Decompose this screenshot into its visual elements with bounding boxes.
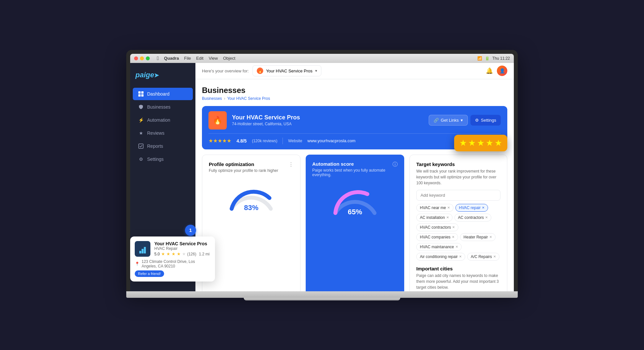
laptop-base [126,291,518,298]
sidebar-item-automation[interactable]: ⚡ Automation [133,114,193,126]
mac-minimize-button[interactable] [140,56,144,60]
keyword-remove-ac-contractors[interactable]: ✕ [485,216,488,219]
business-selector-name: Your HVAC Service Pros [266,68,312,73]
profile-card-menu-icon[interactable]: ⋮ [288,161,294,168]
keyword-tag-hvac-repair: HVAC repair ✕ [455,204,488,212]
popup-star-2: ★ [166,251,170,256]
svg-rect-1 [141,91,144,94]
star-rating-overlay: ★ ★ ★ ★ ★ [454,135,507,151]
popup-star-5: ★ [182,251,186,256]
popup-logo [135,241,150,257]
automation-card-titles: Automation score Paige works best when y… [312,161,392,177]
sidebar-label-reviews: Reviews [147,130,164,136]
keyword-tag-ac-repairs: A/C Repairs ✕ [467,253,499,261]
keyword-tag-hvac-contractors: HVAC contractors ✕ [416,223,458,231]
sidebar-item-businesses[interactable]: Businesses [133,101,193,113]
biz-name: Your HVAC Service Pros [232,114,423,121]
view-menu[interactable]: View [209,56,218,61]
keyword-remove-hvac-maintanance[interactable]: ✕ [455,245,458,249]
overlay-star-1: ★ [459,138,467,148]
app-name[interactable]: Quadra [164,56,179,61]
avatar[interactable]: 👤 [497,66,507,76]
automation-gauge: 65% [312,180,398,220]
keyword-remove-hvac-repair[interactable]: ✕ [482,206,484,209]
grid-icon [138,91,144,97]
profile-gauge: 83% [209,176,294,215]
rating-value: 4.8/5 [237,138,247,144]
settings-button[interactable]: ⚙ Settings [470,115,501,126]
divider [283,138,283,144]
breadcrumb-current[interactable]: Your HVAC Service Pros [227,96,270,101]
popup-star-3: ★ [172,251,176,256]
popup-distance: 1.2 mi [199,252,210,256]
website-url: www.yourhvacprosla.com [307,138,355,143]
top-bar: Here's your overview for: 🔥 Your HVAC Se… [195,63,514,79]
breadcrumb-separator: › [224,96,225,101]
keyword-remove-heater-repair[interactable]: ✕ [489,235,492,239]
object-menu[interactable]: Object [223,56,236,61]
keyword-remove-ac-repairs[interactable]: ✕ [493,255,496,258]
sidebar-item-reports[interactable]: Reports [133,140,193,152]
location-icon: 📍 [135,262,140,266]
business-selector-icon: 🔥 [257,68,263,74]
wifi-icon: 📶 [477,56,482,61]
keyword-tags: HVAC near me ✕ HVAC repair ✕ AC installa… [416,204,500,261]
profile-card-header: Profile optimization Fully optimize your… [209,161,294,173]
popup-stars: 5.0 ★ ★ ★ ★ ★ (126) 1.2 mi [154,251,209,256]
overlay-star-4: ★ [486,138,493,148]
keyword-remove-hvac-contractors[interactable]: ✕ [452,225,455,229]
svg-rect-6 [139,251,141,253]
mac-menubar:  Quadra File Edit View Object [152,55,475,61]
popup-star-4: ★ [177,251,181,256]
rating-stars: ★★★★★ [208,138,231,144]
cities-desc: Paige can add city names to keywords to … [416,273,500,290]
breadcrumb-home[interactable]: Businesses [202,96,222,101]
sidebar-label-dashboard: Dashboard [147,91,170,97]
logo-text: paige➤ [135,71,159,79]
business-card-top: 🔥 Your HVAC Service Pros 74-Hollister st… [208,111,501,129]
keyword-tag-hvac-maintanance: HVAC maintanance ✕ [416,243,462,251]
keyword-input[interactable] [416,190,500,201]
popup-refer-button[interactable]: Refer a friend! [135,270,164,277]
badge-number: 1 [185,225,196,236]
mac-titlebar-right: 📶 🔋 Thu 11:22 [477,56,510,61]
overlay-star-5: ★ [495,138,502,148]
sidebar-item-reviews[interactable]: ★ Reviews [133,127,193,139]
keyword-remove-ac-installation[interactable]: ✕ [446,216,449,219]
keyword-remove-air-conditioning-repair[interactable]: ✕ [459,255,462,258]
page-title: Businesses [202,86,507,95]
business-selector[interactable]: 🔥 Your HVAC Service Pros ▾ [253,65,321,76]
time-display: Thu 11:22 [492,56,510,61]
website-label: Website [288,139,302,143]
main-content: Here's your overview for: 🔥 Your HVAC Se… [195,63,514,291]
sidebar-logo: paige➤ [130,68,195,87]
keyword-remove-hvac-companies[interactable]: ✕ [452,235,454,239]
mac-maximize-button[interactable] [146,56,150,60]
edit-menu[interactable]: Edit [196,56,203,61]
automation-card-subtitle: Paige works best when you fully automate… [312,168,392,177]
automation-card-title: Automation score [312,161,392,167]
keyword-remove-hvac-near-me[interactable]: ✕ [447,206,450,209]
svg-rect-8 [144,247,146,253]
keyword-tag-ac-installation: AC installation ✕ [416,214,452,221]
sidebar-nav: Dashboard Businesses ⚡ Automation ★ [130,87,195,166]
biz-actions: 🔗 Get Links ▾ ⚙ Settings [429,115,501,126]
sidebar-label-businesses: Businesses [147,104,171,110]
automation-card-menu-icon[interactable]: ⓘ [392,161,398,168]
popup-biz-name: Your HVAC Service Pros [154,241,209,246]
get-links-button[interactable]: 🔗 Get Links ▾ [429,115,468,126]
file-menu[interactable]: File [184,56,191,61]
mac-close-button[interactable] [134,56,138,60]
cities-title: Important cities [416,266,500,271]
apple-icon[interactable]:  [157,55,159,61]
check-square-icon [138,143,144,149]
keyword-tag-hvac-near-me: HVAC near me ✕ [416,204,453,212]
keyword-tag-ac-contractors: AC contractors ✕ [454,214,491,221]
profile-card-subtitle: Fully optimize your profile to rank high… [209,168,278,173]
star-icon: ★ [138,130,144,136]
sidebar-item-settings[interactable]: ⚙ Settings [133,153,193,165]
biz-address: 74-Hollister street, California, USA [232,122,423,126]
sidebar-item-dashboard[interactable]: Dashboard [133,88,193,100]
bell-icon[interactable]: 🔔 [486,67,493,74]
screen-content: paige➤ Dashboard Businesses [130,63,514,291]
